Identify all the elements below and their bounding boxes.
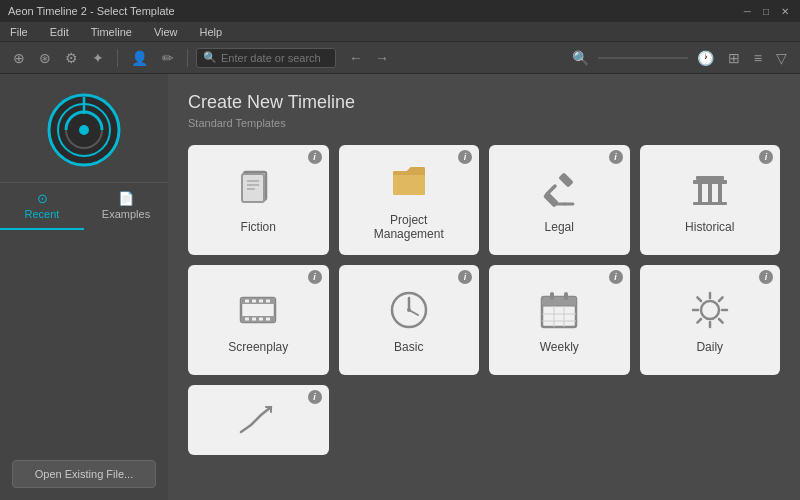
fiction-label: Fiction	[241, 220, 276, 234]
info-badge-basic[interactable]: i	[458, 270, 472, 284]
toolbar-nav: ← →	[344, 47, 394, 69]
menu-timeline[interactable]: Timeline	[87, 24, 136, 40]
template-grid: i Fiction i ProjectManagement	[188, 145, 780, 455]
toolbar-icon-list[interactable]: ≡	[749, 47, 767, 69]
svg-rect-19	[708, 184, 712, 202]
toolbar-icon-5[interactable]: 👤	[126, 47, 153, 69]
daily-icon	[688, 288, 732, 332]
svg-point-3	[79, 125, 89, 135]
page-title: Create New Timeline	[188, 92, 780, 113]
menu-file[interactable]: File	[6, 24, 32, 40]
info-badge-historical[interactable]: i	[759, 150, 773, 164]
toolbar-icon-filter[interactable]: ▽	[771, 47, 792, 69]
logo-svg	[46, 92, 122, 168]
svg-line-50	[697, 297, 701, 301]
info-badge-screenplay[interactable]: i	[308, 270, 322, 284]
template-project-management[interactable]: i ProjectManagement	[339, 145, 480, 255]
toolbar-right: 🔍 🕐 ⊞ ≡ ▽	[567, 47, 792, 69]
svg-rect-30	[259, 318, 263, 321]
svg-rect-40	[564, 292, 568, 300]
toolbar-search-right[interactable]: 🔍	[567, 47, 594, 69]
svg-rect-39	[550, 292, 554, 300]
toolbar-icon-4[interactable]: ✦	[87, 47, 109, 69]
basic-icon	[387, 288, 431, 332]
svg-rect-31	[266, 318, 270, 321]
toolbar-icon-grid[interactable]: ⊞	[723, 47, 745, 69]
toolbar-icon-2[interactable]: ⊛	[34, 47, 56, 69]
open-existing-file-button[interactable]: Open Existing File...	[12, 460, 156, 488]
svg-line-51	[719, 319, 723, 323]
toolbar-icon-3[interactable]: ⚙	[60, 47, 83, 69]
menu-view[interactable]: View	[150, 24, 182, 40]
toolbar-search-container[interactable]: 🔍	[196, 48, 336, 68]
screenplay-label: Screenplay	[228, 340, 288, 354]
toolbar-icon-clock[interactable]: 🕐	[692, 47, 719, 69]
toolbar-icon-6[interactable]: ✏	[157, 47, 179, 69]
sidebar-bottom: Open Existing File...	[0, 448, 168, 500]
tab-examples-label: Examples	[102, 208, 150, 220]
svg-line-12	[547, 186, 555, 194]
page-subtitle: Standard Templates	[188, 117, 780, 129]
template-screenplay[interactable]: i Screenplay	[188, 265, 329, 375]
content-area: Create New Timeline Standard Templates i…	[168, 74, 800, 500]
title-bar-text: Aeon Timeline 2 - Select Template	[8, 5, 175, 17]
info-badge-fiction[interactable]: i	[308, 150, 322, 164]
nav-forward[interactable]: →	[370, 47, 394, 69]
basic-label: Basic	[394, 340, 423, 354]
svg-rect-25	[252, 300, 256, 303]
template-daily[interactable]: i Daily	[640, 265, 781, 375]
legal-icon	[537, 168, 581, 212]
screenplay-icon	[236, 288, 280, 332]
svg-rect-18	[698, 184, 702, 202]
svg-rect-29	[252, 318, 256, 321]
examples-icon: 📄	[118, 191, 134, 206]
app-logo	[44, 90, 124, 170]
template-fiction[interactable]: i Fiction	[188, 145, 329, 255]
minimize-button[interactable]: ─	[741, 6, 754, 17]
weekly-icon	[537, 288, 581, 332]
template-basic[interactable]: i Basic	[339, 265, 480, 375]
menu-help[interactable]: Help	[196, 24, 227, 40]
search-input[interactable]	[221, 52, 331, 64]
info-badge-weekly[interactable]: i	[609, 270, 623, 284]
daily-label: Daily	[696, 340, 723, 354]
sidebar: ⊙ Recent 📄 Examples Open Existing File..…	[0, 74, 168, 500]
svg-line-53	[697, 319, 701, 323]
pm-label: ProjectManagement	[374, 213, 444, 241]
svg-rect-17	[696, 176, 724, 180]
toolbar-separator-2	[187, 49, 188, 67]
info-badge-legal[interactable]: i	[609, 150, 623, 164]
main-layout: ⊙ Recent 📄 Examples Open Existing File..…	[0, 74, 800, 500]
nav-back[interactable]: ←	[344, 47, 368, 69]
title-bar-controls: ─ □ ✕	[741, 6, 792, 17]
weekly-label: Weekly	[540, 340, 579, 354]
menu-edit[interactable]: Edit	[46, 24, 73, 40]
template-historical[interactable]: i Historical	[640, 145, 781, 255]
close-button[interactable]: ✕	[778, 6, 792, 17]
toolbar-separator-1	[117, 49, 118, 67]
tab-recent[interactable]: ⊙ Recent	[0, 183, 84, 230]
template-weekly[interactable]: i Weekly	[489, 265, 630, 375]
info-badge-chart[interactable]: i	[308, 390, 322, 404]
svg-rect-6	[242, 174, 264, 202]
recent-icon: ⊙	[37, 191, 48, 206]
info-badge-pm[interactable]: i	[458, 150, 472, 164]
info-badge-daily[interactable]: i	[759, 270, 773, 284]
tab-recent-label: Recent	[25, 208, 60, 220]
fiction-icon	[236, 168, 280, 212]
template-legal[interactable]: i Legal	[489, 145, 630, 255]
historical-label: Historical	[685, 220, 734, 234]
legal-label: Legal	[545, 220, 574, 234]
maximize-button[interactable]: □	[760, 6, 772, 17]
chart-icon	[236, 397, 280, 441]
toolbar: ⊕ ⊛ ⚙ ✦ 👤 ✏ 🔍 ← → 🔍 🕐 ⊞ ≡ ▽	[0, 42, 800, 74]
svg-rect-26	[259, 300, 263, 303]
svg-rect-37	[542, 297, 576, 306]
tab-examples[interactable]: 📄 Examples	[84, 183, 168, 230]
menu-bar: File Edit Timeline View Help	[0, 22, 800, 42]
title-bar: Aeon Timeline 2 - Select Template ─ □ ✕	[0, 0, 800, 22]
svg-rect-27	[266, 300, 270, 303]
toolbar-icon-1[interactable]: ⊕	[8, 47, 30, 69]
template-chart[interactable]: i	[188, 385, 329, 455]
sidebar-tabs: ⊙ Recent 📄 Examples	[0, 182, 168, 230]
